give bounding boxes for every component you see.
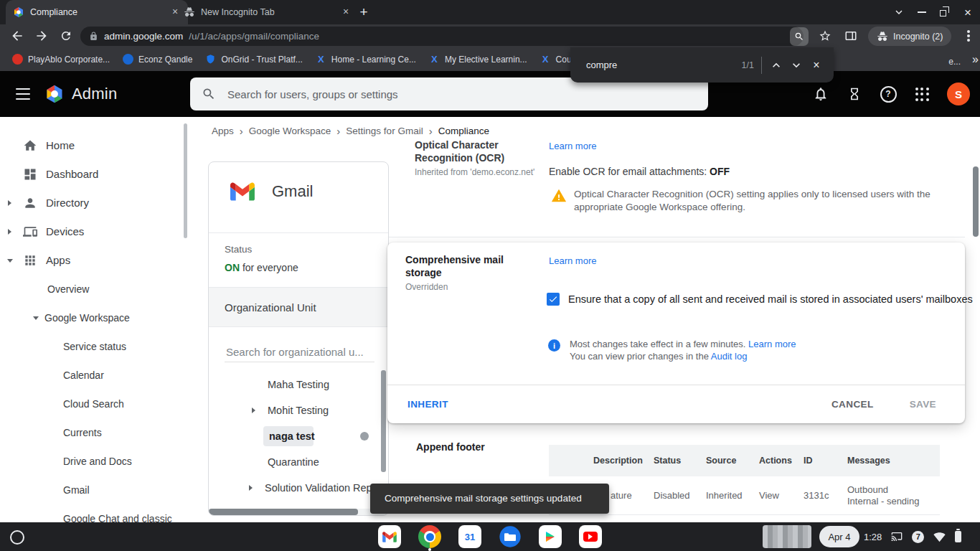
scrollbar-thumb[interactable] (209, 509, 358, 515)
cancel-button[interactable]: CANCEL (831, 399, 874, 410)
launcher-button[interactable] (10, 530, 24, 545)
account-avatar[interactable]: S (947, 83, 970, 105)
find-match-count: 1/1 (742, 60, 754, 70)
sidebar-item-google-chat[interactable]: Google Chat and classic (0, 504, 182, 522)
sidebar-item-overview[interactable]: Overview (0, 275, 182, 303)
expand-chevron-icon[interactable] (252, 408, 255, 413)
admin-search-input[interactable] (226, 88, 697, 101)
play-store-app-icon[interactable] (539, 525, 562, 548)
tab-compliance[interactable]: Compliance × (6, 0, 188, 24)
calendar-app-icon[interactable]: 31 (458, 525, 481, 548)
url-host: admin.google.com (104, 31, 183, 42)
find-previous-icon[interactable] (766, 55, 786, 75)
bookmark-item[interactable]: PlayAblo Corporate... (6, 52, 116, 67)
window-restore-button[interactable] (934, 0, 956, 24)
sidebar-item-service-status[interactable]: Service status (0, 332, 182, 361)
org-tree-item[interactable]: Mohit Testing (209, 397, 388, 423)
bookmark-star-icon[interactable] (816, 27, 834, 44)
shelf-date-pill[interactable]: Apr 4 (819, 526, 859, 547)
new-tab-button[interactable]: + (356, 4, 372, 20)
notification-count-badge: 7 (912, 531, 924, 543)
sidebar-item-gmail[interactable]: Gmail (0, 476, 182, 504)
expand-chevron-icon[interactable] (249, 485, 253, 491)
find-next-icon[interactable] (786, 55, 806, 75)
view-link[interactable]: View (759, 476, 779, 514)
breadcrumb-google-workspace[interactable]: Google Workspace (249, 126, 331, 136)
learn-more-link[interactable]: Learn more (549, 141, 596, 151)
expand-chevron-icon[interactable] (8, 229, 11, 235)
org-tree-horizontal-scrollbar[interactable] (209, 509, 388, 515)
save-button-disabled[interactable]: SAVE (910, 399, 936, 410)
expand-chevron-icon[interactable] (8, 200, 11, 206)
bookmark-item[interactable]: X My Elective Learnin... (423, 52, 534, 67)
sidebar-item-drive-and-docs[interactable]: Drive and Docs (0, 447, 182, 476)
tab-close-icon[interactable]: × (340, 6, 352, 18)
incognito-icon (877, 31, 888, 42)
sidebar-scrollbar-thumb[interactable] (184, 123, 187, 238)
help-icon[interactable]: ? (880, 85, 897, 103)
back-button[interactable] (9, 27, 26, 44)
forward-button[interactable] (33, 27, 50, 44)
bookmarks-overflow-chevron-icon[interactable]: » (968, 47, 980, 71)
main-menu-hamburger-icon[interactable] (16, 88, 30, 100)
side-panel-icon[interactable] (842, 27, 859, 44)
google-apps-grid-icon[interactable] (913, 85, 930, 103)
storage-checkbox[interactable] (547, 293, 560, 306)
hourglass-tasks-icon[interactable] (846, 85, 863, 103)
chrome-app-icon[interactable] (418, 525, 441, 548)
apps-grid-icon (23, 253, 37, 268)
youtube-app-icon[interactable] (579, 525, 602, 548)
main-scrollbar-thumb[interactable] (973, 166, 979, 237)
cell-source: Inherited (706, 476, 743, 514)
status-label: Status (225, 244, 252, 255)
cell-description: ature (611, 476, 632, 514)
audit-log-link[interactable]: Audit log (711, 351, 748, 362)
active-extension-icon[interactable] (790, 27, 809, 46)
inherit-button[interactable]: INHERIT (407, 399, 448, 410)
sidebar-item-google-workspace[interactable]: Google Workspace (0, 303, 182, 332)
screenshot-preview-thumbnail[interactable] (763, 525, 811, 548)
tab-new-incognito[interactable]: New Incognito Tab × (176, 0, 359, 24)
incognito-badge[interactable]: Incognito (2) (868, 27, 951, 46)
org-tree-item[interactable]: Solution Validation Rep (209, 475, 388, 501)
org-unit-search-input[interactable] (225, 342, 374, 362)
status-tray[interactable]: 1:28 7 (864, 522, 961, 551)
checkbox-label: Ensure that a copy of all sent and recei… (568, 292, 980, 307)
collapse-chevron-icon[interactable] (7, 259, 13, 263)
bookmark-item[interactable]: X Home - Learning Ce... (309, 52, 423, 67)
checkmark-icon (548, 294, 558, 304)
notifications-bell-icon[interactable] (812, 85, 829, 103)
org-tree-item-selected[interactable]: naga test (209, 423, 388, 449)
sidebar-item-apps[interactable]: Apps (0, 246, 182, 275)
find-input[interactable] (585, 59, 742, 71)
files-app-icon[interactable] (499, 525, 522, 548)
cast-icon (891, 531, 903, 542)
devices-icon (23, 225, 37, 239)
sidebar-item-currents[interactable]: Currents (0, 418, 182, 447)
warning-icon (551, 188, 567, 204)
bookmark-item[interactable]: OnGrid - Trust Platf... (199, 52, 308, 67)
collapse-chevron-icon[interactable] (33, 316, 39, 320)
breadcrumb-apps[interactable]: Apps (212, 126, 234, 136)
browser-menu-kebab-icon[interactable] (960, 27, 977, 44)
org-tree-item[interactable]: Quarantine (209, 449, 388, 475)
tab-search-chevron-icon[interactable] (888, 0, 910, 24)
learn-more-link[interactable]: Learn more (748, 339, 796, 349)
find-close-icon[interactable]: × (806, 55, 826, 75)
window-close-button[interactable]: × (957, 0, 979, 24)
sidebar-item-dashboard[interactable]: Dashboard (0, 160, 182, 189)
sidebar-item-devices[interactable]: Devices (0, 217, 182, 246)
gmail-app-icon[interactable] (378, 525, 401, 548)
sidebar-item-home[interactable]: Home (0, 131, 182, 160)
learn-more-link[interactable]: Learn more (549, 255, 596, 266)
org-tree-scrollbar-thumb[interactable] (381, 370, 386, 472)
org-tree-item[interactable]: Maha Testing (209, 372, 388, 397)
sidebar-item-calendar[interactable]: Calendar (0, 361, 182, 390)
sidebar-item-directory[interactable]: Directory (0, 189, 182, 217)
bookmark-item[interactable]: Econz Qandle (116, 52, 199, 67)
col-id: ID (804, 445, 813, 476)
address-bar[interactable]: admin.google.com/u/1/ac/apps/gmail/compl… (80, 27, 804, 46)
window-minimize-button[interactable] (911, 0, 933, 24)
reload-button[interactable] (57, 27, 75, 44)
sidebar-item-cloud-search[interactable]: Cloud Search (0, 390, 182, 418)
